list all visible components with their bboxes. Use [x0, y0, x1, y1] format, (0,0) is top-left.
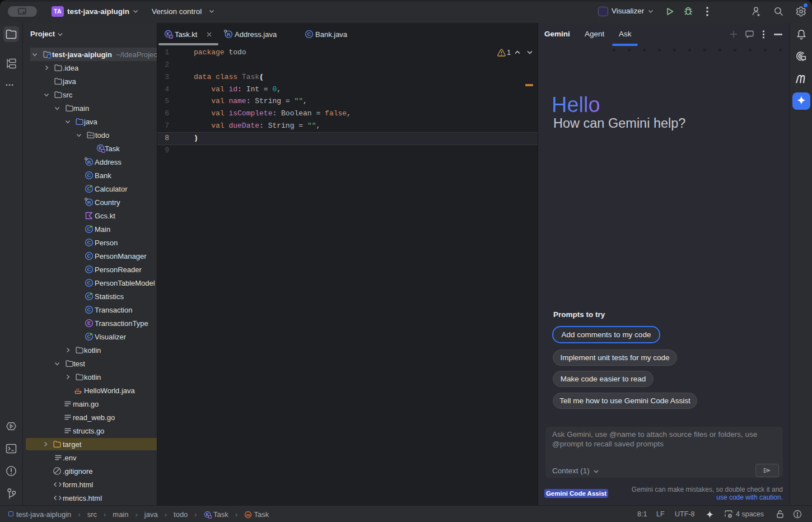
- svg-text:m: m: [246, 512, 250, 518]
